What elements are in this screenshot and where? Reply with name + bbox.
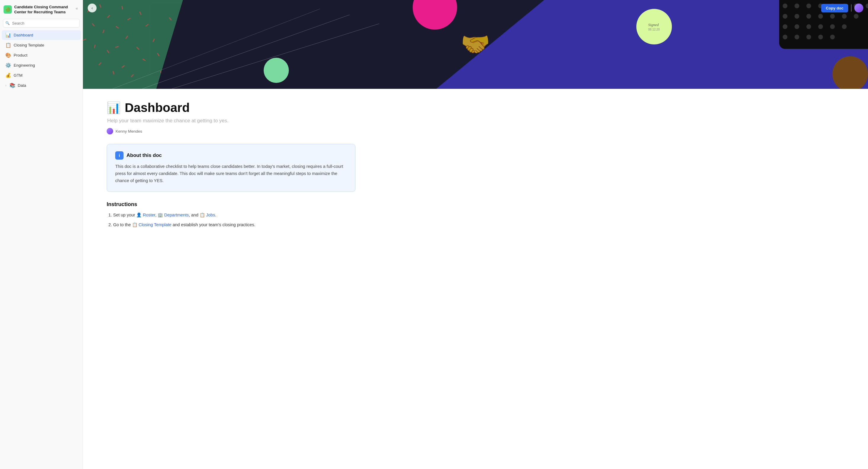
page-content: 📊 Dashboard Help your team maximize the …: [83, 89, 379, 249]
svg-rect-3: [121, 6, 123, 9]
top-bar: Copy doc: [821, 4, 863, 12]
copy-doc-button[interactable]: Copy doc: [821, 4, 848, 12]
dashboard-icon: 📊: [5, 32, 11, 38]
instruction-1-link-roster[interactable]: 👤 Roster: [136, 212, 155, 217]
svg-rect-5: [92, 23, 95, 26]
hero-green-section: [83, 0, 216, 89]
instruction-1-text-before: Set up your: [113, 212, 136, 217]
sidebar-header: 🟢 Candidate Closing Command Center for R…: [0, 0, 83, 18]
instruction-2-text-after: and establish your team's closing practi…: [173, 222, 255, 227]
instruction-item-1: Set up your 👤 Roster, 🏢 Departments, and…: [113, 212, 355, 219]
sidebar-item-dashboard[interactable]: 📊 Dashboard: [2, 30, 81, 40]
about-card-title-row: i About this doc: [115, 151, 347, 160]
svg-point-41: [842, 14, 847, 19]
hero-pink-circle: [413, 0, 457, 30]
svg-point-28: [783, 4, 787, 8]
page-title-row: 📊 Dashboard: [107, 101, 355, 115]
sidebar-collapse-button[interactable]: «: [74, 5, 79, 11]
author-row: Kenny Mendes: [107, 128, 355, 134]
instruction-1-link-jobs[interactable]: 📋 Jobs: [200, 212, 215, 217]
sidebar-item-closing-template[interactable]: 📋 Closing Template: [2, 40, 81, 50]
about-card-body: This doc is a collaborative checklist to…: [115, 163, 347, 185]
sidebar-item-label-data: Data: [18, 83, 26, 88]
sidebar-item-engineering[interactable]: ⚙️ Engineering: [2, 60, 81, 70]
sidebar-item-label-gtm: GTM: [13, 73, 23, 77]
svg-point-40: [830, 14, 835, 19]
svg-rect-14: [136, 47, 140, 50]
svg-rect-11: [94, 44, 96, 48]
author-avatar: [107, 128, 113, 134]
sidebar: 🟢 Candidate Closing Command Center for R…: [0, 0, 83, 469]
search-input[interactable]: [3, 19, 80, 28]
instruction-2-link-closing-template[interactable]: 📋 Closing Template: [132, 222, 172, 227]
svg-point-38: [806, 14, 811, 19]
search-icon: 🔍: [5, 21, 10, 25]
svg-rect-19: [121, 65, 125, 68]
svg-rect-24: [169, 17, 172, 21]
svg-rect-8: [125, 36, 128, 39]
svg-point-39: [818, 14, 823, 19]
sidebar-nav: 📊 Dashboard 📋 Closing Template 🎨 Product…: [0, 30, 83, 91]
sidebar-item-label-engineering: Engineering: [13, 63, 35, 68]
back-arrow-icon: ‹: [92, 6, 93, 10]
svg-rect-26: [175, 44, 178, 47]
closing-template-icon: 📋: [5, 42, 11, 48]
instructions-title: Instructions: [107, 201, 355, 207]
svg-rect-2: [107, 15, 111, 18]
back-button[interactable]: ‹: [88, 4, 97, 12]
page-title: Dashboard: [125, 101, 190, 115]
svg-point-48: [842, 24, 847, 29]
svg-point-46: [818, 24, 823, 29]
svg-point-43: [783, 24, 787, 29]
hero-banner: Signed 08.12.20 🤝: [83, 0, 868, 89]
svg-rect-21: [131, 74, 134, 77]
sidebar-item-gtm[interactable]: 💰 GTM: [2, 70, 81, 80]
svg-point-53: [830, 35, 835, 39]
user-avatar[interactable]: [855, 4, 863, 12]
data-icon: 📚: [9, 82, 16, 88]
svg-rect-12: [107, 50, 109, 53]
sidebar-item-label-product: Product: [13, 53, 28, 58]
about-card-title-text: About this doc: [126, 153, 162, 158]
svg-rect-27: [185, 24, 188, 27]
svg-rect-18: [113, 71, 114, 74]
instruction-1-link-departments[interactable]: 🏢 Departments: [158, 212, 189, 217]
instruction-2-text-before: Go to the: [113, 222, 132, 227]
svg-rect-7: [116, 26, 119, 29]
svg-point-30: [806, 4, 811, 8]
sidebar-item-label-closing-template: Closing Template: [13, 43, 44, 47]
chevron-right-icon: ›: [5, 83, 6, 87]
svg-rect-23: [83, 38, 86, 41]
hero-signature-text: Signed 08.12.20: [648, 23, 660, 31]
sidebar-item-product[interactable]: 🎨 Product: [2, 51, 81, 60]
svg-point-42: [854, 14, 859, 19]
svg-point-37: [795, 14, 799, 19]
hero-handshake-emoji: 🤝: [461, 31, 490, 58]
svg-point-49: [783, 35, 787, 39]
page-subtitle: Help your team maximize the chance at ge…: [107, 118, 355, 124]
main-content: ‹ Copy doc: [83, 0, 868, 469]
svg-rect-15: [153, 38, 155, 42]
sidebar-item-data[interactable]: › 📚 Data: [2, 80, 81, 90]
svg-point-36: [783, 14, 787, 19]
svg-rect-9: [139, 11, 142, 15]
avatar-image: [855, 4, 863, 12]
hero-brown-circle: [832, 56, 868, 89]
gtm-icon: 💰: [5, 72, 11, 78]
svg-point-44: [795, 24, 799, 29]
engineering-icon: ⚙️: [5, 63, 11, 68]
svg-point-50: [795, 35, 799, 39]
svg-rect-20: [157, 53, 160, 57]
svg-point-29: [795, 4, 799, 8]
svg-point-45: [806, 24, 811, 29]
svg-rect-22: [160, 71, 162, 74]
author-name: Kenny Mendes: [116, 129, 142, 134]
svg-rect-16: [142, 58, 146, 61]
svg-point-51: [806, 35, 811, 39]
svg-point-35: [866, 4, 868, 8]
app-logo-icon: 🟢: [4, 5, 12, 13]
hero-green-small-circle: [264, 58, 289, 83]
hero-signature-circle: Signed 08.12.20: [636, 9, 672, 44]
sidebar-item-label-dashboard: Dashboard: [13, 33, 33, 37]
svg-rect-4: [127, 18, 131, 21]
